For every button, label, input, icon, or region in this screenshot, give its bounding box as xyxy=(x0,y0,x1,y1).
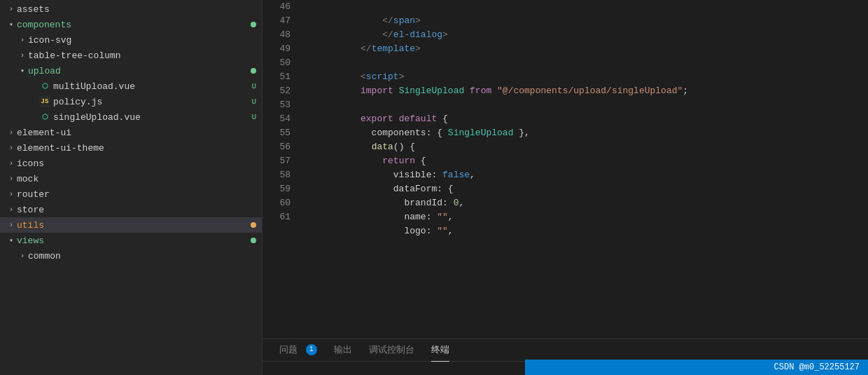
code-token: , xyxy=(448,226,454,236)
code-token: el-dialog xyxy=(393,29,442,40)
chevron-icon xyxy=(6,19,17,30)
code-token: , xyxy=(458,198,464,208)
chevron-icon xyxy=(6,219,17,231)
code-line-53: export default { xyxy=(306,98,868,112)
tab-label: 问题 xyxy=(279,345,298,355)
sidebar-item-label: icons xyxy=(17,158,256,169)
code-token: SingleUpload xyxy=(448,128,519,138)
spacer xyxy=(28,81,39,92)
sidebar-item-label: policy.js xyxy=(53,97,251,107)
tab-problems[interactable]: 问题 1 xyxy=(271,339,326,362)
tab-output[interactable]: 输出 xyxy=(326,339,360,362)
code-token: "" xyxy=(437,226,448,236)
code-token: false xyxy=(442,170,470,180)
sidebar-item-icon-svg[interactable]: icon-svg xyxy=(0,32,262,48)
code-editor[interactable]: 46 47 48 49 50 51 52 53 54 55 56 57 58 5… xyxy=(262,0,868,339)
status-text: CSDN @m0_52255127 xyxy=(774,362,860,372)
code-token: from xyxy=(470,86,497,96)
js-icon: JS xyxy=(39,96,50,107)
code-token: </ xyxy=(360,43,372,54)
code-line-50: <script> xyxy=(306,56,868,70)
sidebar-item-multiupload[interactable]: ⬡ multiUpload.vue U xyxy=(0,79,262,94)
vue-icon: ⬡ xyxy=(39,111,50,123)
sidebar-item-mock[interactable]: mock xyxy=(0,171,262,186)
code-token: script xyxy=(366,71,399,82)
chevron-icon xyxy=(6,235,17,246)
sidebar-item-element-ui[interactable]: element-ui xyxy=(0,125,262,140)
editor-panel: 46 47 48 49 50 51 52 53 54 55 56 57 58 5… xyxy=(262,0,868,375)
status-bar: CSDN @m0_52255127 xyxy=(525,360,868,375)
chevron-icon xyxy=(17,65,28,76)
tab-terminal[interactable]: 终端 xyxy=(423,339,458,362)
sidebar-item-label: upload xyxy=(28,66,251,76)
sidebar-item-label: mock xyxy=(17,174,256,184)
code-token xyxy=(360,142,372,152)
chevron-icon xyxy=(17,34,28,46)
tab-debug-console[interactable]: 调试控制台 xyxy=(360,339,423,362)
code-token: { xyxy=(421,156,426,166)
chevron-icon xyxy=(6,142,17,154)
sidebar-item-common[interactable]: common xyxy=(0,248,262,264)
code-token: { xyxy=(437,128,448,138)
chevron-icon xyxy=(6,158,17,169)
status-badge xyxy=(251,68,256,74)
code-token: default xyxy=(399,114,442,124)
code-token: brandId: xyxy=(360,198,454,208)
code-token: > xyxy=(415,43,421,54)
code-token: export xyxy=(360,114,399,124)
sidebar-item-assets[interactable]: assets xyxy=(0,1,262,17)
code-token: { xyxy=(442,114,448,124)
code-token xyxy=(360,156,382,166)
sidebar-item-components[interactable]: components xyxy=(0,17,262,32)
code-content: </span> </el-dialog> </template> <script… xyxy=(298,0,868,339)
sidebar-item-label: multiUpload.vue xyxy=(53,81,251,92)
code-token: , xyxy=(448,212,454,222)
panel-tabs: 问题 1 输出 调试控制台 终端 xyxy=(262,339,868,362)
sidebar-item-upload[interactable]: upload xyxy=(0,63,262,79)
tab-label: 输出 xyxy=(334,345,352,355)
code-token: "@/components/upload/singleUpload" xyxy=(497,86,682,96)
sidebar-item-utils[interactable]: utils xyxy=(0,217,262,233)
sidebar-item-label: utils xyxy=(17,220,251,231)
code-token: </ xyxy=(360,15,393,26)
tab-label: 终端 xyxy=(431,345,449,355)
file-explorer[interactable]: assets components icon-svg table-tree-co… xyxy=(0,0,262,375)
sidebar-item-label: components xyxy=(17,20,251,30)
code-token: > xyxy=(442,29,448,40)
sidebar-item-table-tree-column[interactable]: table-tree-column xyxy=(0,48,262,63)
code-token: name: xyxy=(360,212,437,222)
chevron-icon xyxy=(6,4,17,15)
sidebar-item-store[interactable]: store xyxy=(0,202,262,217)
spacer xyxy=(28,111,39,123)
chevron-icon xyxy=(6,204,17,215)
sidebar-item-icons[interactable]: icons xyxy=(0,156,262,171)
code-token: SingleUpload xyxy=(399,86,470,96)
sidebar-item-router[interactable]: router xyxy=(0,186,262,202)
status-badge xyxy=(251,238,256,243)
code-token: ; xyxy=(682,86,688,96)
sidebar-item-label: singleUpload.vue xyxy=(53,112,251,123)
sidebar-item-element-ui-theme[interactable]: element-ui-theme xyxy=(0,140,262,156)
sidebar-item-label: store xyxy=(17,205,256,215)
tab-label: 调试控制台 xyxy=(369,345,414,355)
git-badge: U xyxy=(251,82,256,90)
sidebar-item-singleupload[interactable]: ⬡ singleUpload.vue U xyxy=(0,109,262,125)
sidebar-item-label: views xyxy=(17,236,251,246)
code-token: </ xyxy=(360,29,393,40)
sidebar-item-label: router xyxy=(17,189,256,200)
sidebar-item-label: icon-svg xyxy=(28,35,256,46)
sidebar-item-policy[interactable]: JS policy.js U xyxy=(0,94,262,109)
sidebar-item-views[interactable]: views xyxy=(0,233,262,248)
vue-icon: ⬡ xyxy=(39,81,50,92)
git-badge: U xyxy=(251,113,256,121)
sidebar-item-label: table-tree-column xyxy=(28,50,256,61)
git-badge: U xyxy=(251,97,256,106)
code-token: < xyxy=(360,71,366,82)
problems-badge: 1 xyxy=(306,344,317,355)
chevron-icon xyxy=(6,127,17,138)
sidebar-item-label: common xyxy=(28,251,256,261)
code-token: { xyxy=(410,142,415,152)
code-token: dataForm: xyxy=(360,184,448,194)
chevron-icon xyxy=(6,173,17,184)
code-token: import xyxy=(360,86,399,96)
